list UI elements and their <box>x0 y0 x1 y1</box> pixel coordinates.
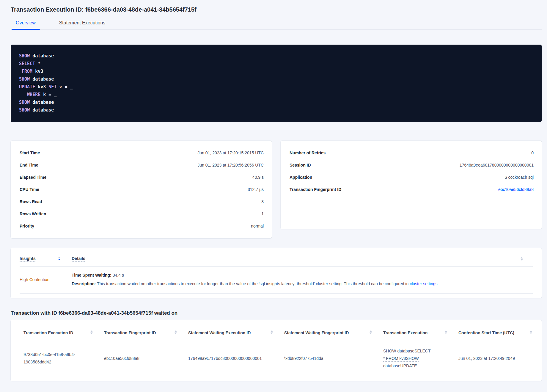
sort-desc-icon <box>90 333 93 334</box>
summary-label: Session ID <box>290 163 311 167</box>
sort-desc-icon <box>271 333 273 334</box>
cell-transaction-execution-id: 9738d051-bc0e-4158-a9b4-1903586ddd42 <box>19 351 99 366</box>
description-line: Description: This transaction waited on … <box>72 281 533 286</box>
sort-arrows-icon[interactable] <box>271 330 273 334</box>
column-header[interactable]: Transaction Fingerprint ID <box>99 330 183 335</box>
insight-details-cell: Time Spent Waiting: 34.4 s Description: … <box>72 273 533 286</box>
sql-code: SHOW databaseSELECT * FROM kv3SHOW datab… <box>19 52 533 114</box>
sort-asc-icon <box>530 330 532 332</box>
transaction-fingerprint-link[interactable]: ebc10ae56cfd88a8 <box>498 187 534 192</box>
sort-arrows-icon[interactable] <box>445 330 447 334</box>
summary-row: Rows Read3 <box>20 195 264 208</box>
insights-column-label[interactable]: Insights <box>20 256 36 261</box>
summary-label: Rows Read <box>20 199 42 204</box>
summary-row: Start TimeJun 01, 2023 at 17:20:15:2015 … <box>20 147 264 159</box>
cell-statement-waiting-execution-id: 176498a9c717bdc80000000000000001 <box>183 355 279 362</box>
summary-label: Rows Written <box>20 211 46 216</box>
sql-line: WHERE k = _ <box>19 91 533 98</box>
summary-card-left: Start TimeJun 01, 2023 at 17:20:15:2015 … <box>11 141 272 238</box>
sort-asc-icon <box>370 330 372 332</box>
sort-arrows-icon[interactable] <box>58 257 60 260</box>
description-text: This transaction waited on other transac… <box>96 281 410 286</box>
cell-contention-start-time: Jun 01, 2023 at 17:20:49:2049 <box>454 355 533 362</box>
tab-overview[interactable]: Overview <box>12 20 40 29</box>
tab-statement-executions[interactable]: Statement Executions <box>55 20 110 29</box>
summary-row: Rows Written1 <box>20 208 264 220</box>
column-header-label[interactable]: Statement Waiting Fingerprint ID <box>284 330 349 335</box>
sort-arrows-icon[interactable] <box>370 330 372 334</box>
summary-row: Prioritynormal <box>20 220 264 232</box>
summary-value: 0 <box>531 150 534 155</box>
page-title: Transaction Execution ID: f6be6366-da03-… <box>11 0 542 13</box>
column-header-label[interactable]: Transaction Fingerprint ID <box>104 330 156 335</box>
time-spent-waiting-line: Time Spent Waiting: 34.4 s <box>72 273 533 278</box>
sql-line: UPDATE kv3 SET v = _ <box>19 83 533 91</box>
summary-cards-row: Start TimeJun 01, 2023 at 17:20:15:2015 … <box>11 141 542 238</box>
summary-card-right-rows: Number of Retries0Session ID17648a9eea60… <box>290 147 534 195</box>
insights-column-header[interactable]: Insights <box>20 256 72 261</box>
summary-value: $ cockroach sql <box>505 175 534 180</box>
sort-asc-icon <box>445 330 447 332</box>
column-header[interactable]: Statement Waiting Fingerprint ID <box>279 330 378 335</box>
column-header[interactable]: Transaction Execution <box>378 330 454 335</box>
sort-asc-icon <box>521 257 523 258</box>
description-label: Description: <box>72 281 96 286</box>
summary-row: End TimeJun 01, 2023 at 17:20:56:2056 UT… <box>20 159 264 171</box>
sort-asc-icon <box>271 330 273 332</box>
cell-transaction-fingerprint-id: ebc10ae56cfd88a8 <box>99 355 183 362</box>
sql-line: SELECT * <box>19 60 533 68</box>
summary-label: Transaction Fingerprint ID <box>290 187 341 192</box>
column-header[interactable]: Contention Start Time (UTC) <box>454 330 533 335</box>
summary-value: 40.9 s <box>252 175 264 180</box>
sql-statements-box: SHOW databaseSELECT * FROM kv3SHOW datab… <box>11 45 542 122</box>
summary-card-left-rows: Start TimeJun 01, 2023 at 17:20:15:2015 … <box>20 147 264 232</box>
insight-row: High Contention Time Spent Waiting: 34.4… <box>20 266 533 294</box>
column-header-label[interactable]: Transaction Execution ID <box>23 330 73 335</box>
summary-label: Application <box>290 175 312 180</box>
column-header[interactable]: Statement Waiting Execution ID <box>183 330 279 335</box>
column-header-label[interactable]: Transaction Execution <box>383 330 427 335</box>
table-row: 9738d051-bc0e-4158-a9b4-1903586ddd42 ebc… <box>19 342 533 375</box>
summary-label: Priority <box>20 224 34 228</box>
summary-row: Transaction Fingerprint IDebc10ae56cfd88… <box>290 183 534 195</box>
summary-value: Jun 01, 2023 at 17:20:15:2015 UTC <box>197 150 264 155</box>
cell-transaction-execution: SHOW databaseSELECT * FROM kv3SHOW datab… <box>378 347 454 370</box>
time-spent-waiting-label: Time Spent Waiting: <box>72 273 111 277</box>
sort-arrows-icon[interactable] <box>90 330 93 334</box>
waited-on-header-row: Transaction Execution IDTransaction Fing… <box>19 320 533 342</box>
sort-arrows-icon[interactable] <box>175 330 177 334</box>
sort-desc-icon <box>445 333 447 334</box>
transaction-details-page: Transaction Execution ID: f6be6366-da03-… <box>0 0 547 381</box>
waited-on-table: Transaction Execution IDTransaction Fing… <box>11 320 542 381</box>
sort-desc-icon <box>58 259 60 260</box>
summary-row: CPU Time312.7 µs <box>20 183 264 195</box>
insights-header-row: Insights Details <box>20 248 533 266</box>
summary-card-right: Number of Retries0Session ID17648a9eea60… <box>281 141 542 229</box>
sort-asc-icon <box>58 257 60 258</box>
sort-arrows-icon[interactable] <box>530 330 532 334</box>
column-header-label[interactable]: Contention Start Time (UTC) <box>458 330 514 335</box>
summary-row: Elapsed Time40.9 s <box>20 171 264 183</box>
sort-desc-icon <box>521 259 523 261</box>
sort-desc-icon <box>175 333 177 334</box>
summary-value: 3 <box>261 199 264 204</box>
sql-line: SHOW database <box>19 75 533 83</box>
details-column-label[interactable]: Details <box>72 256 85 261</box>
summary-value: 1 <box>261 211 264 216</box>
details-column-header[interactable]: Details <box>72 256 533 261</box>
cluster-settings-link[interactable]: cluster settings <box>410 281 437 286</box>
column-header-label[interactable]: Statement Waiting Execution ID <box>188 330 251 335</box>
sql-line: FROM kv3 <box>19 68 533 75</box>
column-header[interactable]: Transaction Execution ID <box>19 330 99 335</box>
sort-arrows-icon[interactable] <box>521 257 523 261</box>
sql-line: SHOW database <box>19 98 533 106</box>
sql-line: SHOW database <box>19 52 533 60</box>
cell-statement-waiting-fingerprint-id: \xdb8922f077541dda <box>279 355 378 362</box>
summary-value: normal <box>251 224 264 228</box>
summary-row: Application$ cockroach sql <box>290 171 534 183</box>
tab-bar: Overview Statement Executions <box>11 20 542 30</box>
sort-desc-icon <box>370 333 372 334</box>
summary-row: Number of Retries0 <box>290 147 534 159</box>
transaction-execution-link[interactable]: SHOW databaseSELECT * FROM kv3SHOW datab… <box>383 347 432 370</box>
waited-on-title: Transaction with ID f6be6366-da03-48de-a… <box>11 310 542 316</box>
